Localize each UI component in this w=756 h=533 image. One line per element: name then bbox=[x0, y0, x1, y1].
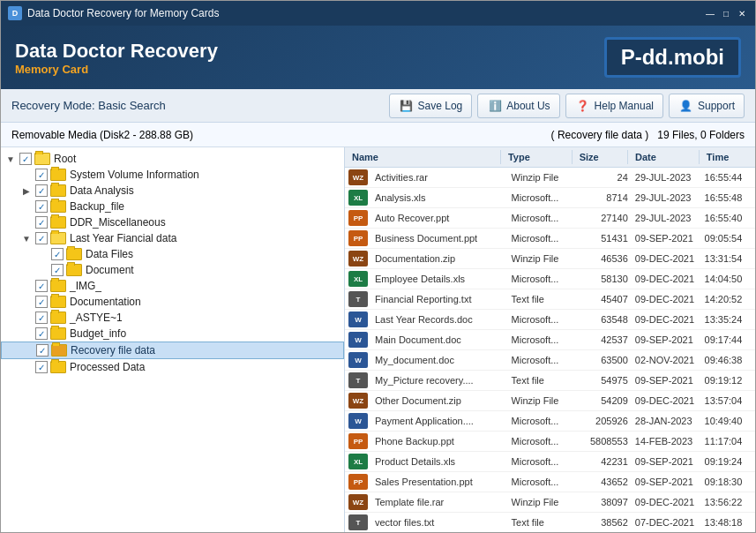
file-size: 54975 bbox=[577, 374, 631, 387]
tree-checkbox[interactable] bbox=[35, 169, 48, 181]
tree-item-astye[interactable]: _ASTYE~1 bbox=[1, 310, 344, 326]
save-log-icon: 💾 bbox=[399, 98, 415, 114]
tree-checkbox[interactable] bbox=[51, 264, 64, 276]
file-type: Microsoft... bbox=[508, 191, 578, 204]
tree-checkbox[interactable] bbox=[35, 312, 48, 324]
tree-checkbox[interactable] bbox=[35, 296, 48, 308]
file-type: Microsoft... bbox=[508, 273, 578, 285]
tree-item-label: DDR_Miscellaneous bbox=[70, 216, 166, 229]
file-name: Financial Reporting.txt bbox=[371, 293, 508, 305]
file-time: 16:55:40 bbox=[701, 212, 755, 224]
file-row[interactable]: W Main Document.doc Microsoft... 42537 0… bbox=[345, 330, 755, 350]
file-row[interactable]: PP Auto Recover.ppt Microsoft... 27140 2… bbox=[345, 208, 755, 229]
tree-scroll[interactable]: ▼RootSystem Volume Information▶Data Anal… bbox=[1, 147, 344, 533]
file-date: 29-JUL-2023 bbox=[632, 212, 701, 224]
tree-item-label: _ASTYE~1 bbox=[70, 312, 123, 324]
file-row[interactable]: WZ Template file.rar Winzip File 38097 0… bbox=[345, 492, 755, 513]
tree-expander[interactable]: ▼ bbox=[20, 232, 33, 244]
file-row[interactable]: XL Product Details.xls Microsoft... 4223… bbox=[345, 452, 755, 472]
file-row[interactable]: PP Phone Backup.ppt Microsoft... 5808553… bbox=[345, 432, 755, 452]
file-type-icon: W bbox=[348, 413, 368, 429]
col-header-time[interactable]: Time bbox=[700, 150, 755, 164]
tree-item-dataanalysis[interactable]: ▶Data Analysis bbox=[1, 183, 344, 199]
app-subtitle: Memory Card bbox=[15, 63, 218, 76]
file-row[interactable]: WZ Documentation.zip Winzip File 46536 0… bbox=[345, 249, 755, 269]
tree-checkbox[interactable] bbox=[35, 280, 48, 292]
file-row[interactable]: PP Sales Presentation.ppt Microsoft... 4… bbox=[345, 472, 755, 492]
tree-item-recoveryfiledata[interactable]: Recovery file data bbox=[1, 342, 344, 359]
tree-expander[interactable]: ▼ bbox=[4, 153, 17, 165]
tree-checkbox[interactable] bbox=[35, 200, 48, 213]
tree-item-budgetinfo[interactable]: Budget_info bbox=[1, 326, 344, 342]
col-header-size[interactable]: Size bbox=[573, 150, 628, 164]
tree-item-sysvolinfo[interactable]: System Volume Information bbox=[1, 167, 344, 183]
tree-checkbox[interactable] bbox=[35, 327, 48, 340]
tree-item-document[interactable]: Document bbox=[1, 262, 344, 278]
col-header-type[interactable]: Type bbox=[501, 150, 573, 164]
tree-expander[interactable]: ▶ bbox=[20, 184, 33, 197]
file-row[interactable]: XL Analysis.xls Microsoft... 8714 29-JUL… bbox=[345, 188, 755, 208]
tree-checkbox[interactable] bbox=[35, 361, 48, 373]
file-time: 14:04:50 bbox=[701, 273, 755, 285]
file-type-icon: PP bbox=[348, 433, 368, 449]
file-count-info: ( Recovery file data ) 19 Files, 0 Folde… bbox=[551, 129, 745, 141]
tree-item-label: Document bbox=[86, 264, 134, 276]
file-count: 19 Files, 0 Folders bbox=[657, 129, 745, 141]
minimize-button[interactable]: — bbox=[704, 7, 716, 19]
toolbar: Recovery Mode: Basic Search 💾 Save Log ℹ… bbox=[1, 89, 755, 123]
file-row[interactable]: WZ Other Document.zip Winzip File 54209 … bbox=[345, 391, 755, 411]
file-name: Template file.rar bbox=[371, 496, 508, 508]
file-row[interactable]: WZ Activities.rar Winzip File 24 29-JUL-… bbox=[345, 168, 755, 188]
save-log-button[interactable]: 💾 Save Log bbox=[389, 94, 473, 118]
file-time: 13:56:22 bbox=[701, 496, 755, 508]
file-type: Microsoft... bbox=[508, 415, 578, 427]
tree-checkbox[interactable] bbox=[51, 248, 64, 260]
file-type: Text file bbox=[508, 374, 578, 387]
file-type-icon: PP bbox=[348, 230, 368, 246]
file-type-icon: XL bbox=[348, 454, 368, 469]
support-button[interactable]: 👤 Support bbox=[669, 94, 745, 118]
file-row[interactable]: T My_Picture recovery.... Text file 5497… bbox=[345, 371, 755, 391]
tree-checkbox[interactable] bbox=[35, 232, 48, 244]
tree-item-documentation[interactable]: Documentation bbox=[1, 294, 344, 310]
tree-checkbox[interactable] bbox=[35, 216, 48, 229]
tree-item-img[interactable]: _IMG_ bbox=[1, 278, 344, 294]
info-bar: Removable Media (Disk2 - 288.88 GB) ( Re… bbox=[1, 123, 755, 147]
disk-info: Removable Media (Disk2 - 288.88 GB) bbox=[11, 129, 193, 141]
file-name: Other Document.zip bbox=[371, 394, 508, 407]
file-name: My_document.doc bbox=[371, 354, 508, 366]
file-type-icon: WZ bbox=[348, 393, 368, 409]
file-type-icon: PP bbox=[348, 474, 368, 490]
tree-item-ddrmisc[interactable]: DDR_Miscellaneous bbox=[1, 214, 344, 230]
tree-item-backupfile[interactable]: Backup_file bbox=[1, 199, 344, 214]
tree-item-lastyear[interactable]: ▼Last Year Fiancial data bbox=[1, 230, 344, 246]
folder-icon bbox=[51, 344, 67, 357]
file-row[interactable]: W My_document.doc Microsoft... 63500 02-… bbox=[345, 350, 755, 371]
tree-item-label: Backup_file bbox=[70, 200, 124, 213]
file-type-icon: PP bbox=[348, 210, 368, 226]
help-manual-button[interactable]: ❓ Help Manual bbox=[565, 94, 663, 118]
tree-checkbox[interactable] bbox=[35, 184, 48, 197]
about-us-button[interactable]: ℹ️ About Us bbox=[477, 94, 559, 118]
tree-item-processeddata[interactable]: Processed Data bbox=[1, 359, 344, 375]
close-button[interactable]: ✕ bbox=[736, 7, 748, 19]
file-time: 10:49:40 bbox=[701, 415, 755, 427]
file-row[interactable]: XL Employee Details.xls Microsoft... 581… bbox=[345, 269, 755, 289]
header: Data Doctor Recovery Memory Card P-dd.mo… bbox=[1, 26, 755, 89]
file-type: Text file bbox=[508, 516, 578, 529]
file-list[interactable]: WZ Activities.rar Winzip File 24 29-JUL-… bbox=[345, 168, 755, 533]
file-row[interactable]: W Last Year Records.doc Microsoft... 635… bbox=[345, 310, 755, 330]
tree-item-root[interactable]: ▼Root bbox=[1, 151, 344, 167]
file-type-icon: T bbox=[348, 291, 368, 307]
file-row[interactable]: T vector files.txt Text file 38562 07-DE… bbox=[345, 513, 755, 533]
file-row[interactable]: T Financial Reporting.txt Text file 4540… bbox=[345, 289, 755, 310]
file-row[interactable]: W Payment Application.... Microsoft... 2… bbox=[345, 411, 755, 432]
tree-checkbox[interactable] bbox=[19, 153, 32, 165]
col-header-name[interactable]: Name bbox=[345, 150, 501, 164]
tree-checkbox[interactable] bbox=[36, 344, 49, 357]
file-row[interactable]: PP Business Document.ppt Microsoft... 51… bbox=[345, 229, 755, 249]
maximize-button[interactable]: □ bbox=[720, 7, 732, 19]
tree-item-datafiles[interactable]: Data Files bbox=[1, 246, 344, 262]
file-date: 09-SEP-2021 bbox=[632, 476, 701, 488]
col-header-date[interactable]: Date bbox=[628, 150, 700, 164]
